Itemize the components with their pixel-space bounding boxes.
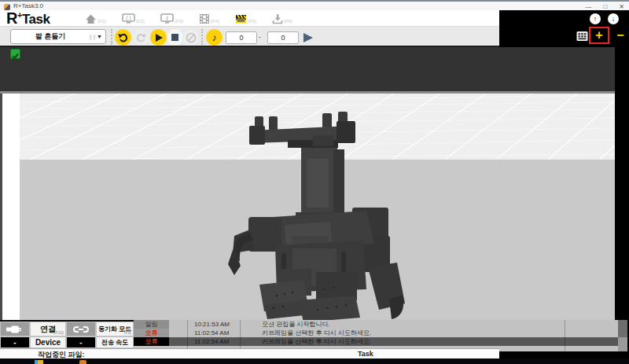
taskbar-app-icon[interactable] [79,360,86,364]
notification-type: 오류 [134,337,169,346]
os-taskbar [0,358,629,364]
notification-type: 오류 [134,329,169,337]
notification-time: 11:02:54 AM [194,337,229,346]
motion-select-dropdown[interactable]: 팔 흔들기 (-) ▼ [10,29,106,44]
keypad-grid-icon [576,31,588,42]
film-icon [199,13,210,24]
notification-type: 알림 [134,320,169,329]
right-black-column [615,47,629,364]
robot-model-3d [20,94,615,320]
undo-icon [117,31,129,43]
run-range-button[interactable] [303,33,313,42]
chain-link-icon [72,325,90,334]
minus-icon: − [616,28,623,42]
keyframe-grid-button[interactable] [576,31,588,45]
toolbar-separator [201,29,203,45]
green-check-icon [10,49,20,59]
notification-message: 키프레임을 선택한 후 다시 시도하세요. [262,329,371,337]
window-title: R+Task3.0 [13,2,43,9]
music-button[interactable]: ♪ [206,29,223,46]
notification-list: 알림 10:21:53 AM 모션 편집을 시작합니다. 오류 11:02:54… [134,320,618,351]
sync-link-cell[interactable] [66,322,96,336]
window-titlebar: R+Task3.0 — □ ✕ [0,0,629,10]
notification-time: 10:21:53 AM [194,320,230,329]
range-dash: - [259,33,261,41]
play-icon [156,34,163,42]
working-file-row: 작업중인 파일: Task [0,348,499,358]
column-divider [565,320,565,351]
svg-text:!: ! [166,15,168,22]
nav-home[interactable]: (F1) [85,12,106,24]
notification-row[interactable]: 오류 11:02:54 AM 키프레임을 선택한 후 다시 시도하세요. [134,329,618,337]
column-divider [240,320,241,351]
main-nav: (F1) { } (F2) ! (F3) ( [85,10,292,26]
nav-download-to-robot[interactable]: (F6) [272,12,292,24]
notification-time: 11:02:54 AM [194,329,229,337]
range-end-input[interactable] [267,31,299,44]
motion-3d-viewport[interactable] [20,94,615,320]
redo-button[interactable] [133,29,149,46]
device-value: - [0,336,30,348]
home-icon [85,13,97,24]
clapperboard-icon [235,13,247,24]
connect-button[interactable]: 연결 (F10) [30,322,66,336]
alert-monitor-icon: ! [160,13,174,24]
stop-motion-button[interactable] [167,29,183,46]
range-start-input[interactable] [226,31,257,44]
toolbar-separator [111,29,112,45]
notification-row-selected[interactable]: 오류 11:02:54 AM 키프레임을 선택한 후 다시 시도하세요. [134,337,618,346]
timeline-band [0,47,615,94]
svg-text:{ }: { } [126,15,131,21]
nav-task-code[interactable]: { } (F2) [122,12,145,24]
notification-scrollbar[interactable] [618,320,627,351]
notification-message: 모션 편집을 시작합니다. [262,320,330,329]
cancel-button[interactable] [182,29,199,46]
notification-row[interactable]: 알림 10:21:53 AM 모션 편집을 시작합니다. [134,320,618,329]
working-file-value: Task [358,350,373,358]
redo-icon [135,31,147,43]
speed-value: - [66,336,96,348]
device-label: Device [30,336,66,348]
motion-select-value: 팔 흔들기 [11,31,90,42]
chevron-down-icon: ▼ [97,34,102,39]
notification-message: 키프레임을 선택한 후 다시 시도하세요. [262,337,371,346]
up-arrow-icon: ↑ [594,13,598,24]
app-header: R+Task (F1) { } (F2) ! (F3) [0,10,499,26]
remove-keyframe-button[interactable]: − [614,27,627,44]
motion-select-flag: (-) [90,34,95,39]
taskbar-app-icon[interactable] [35,360,43,364]
plus-icon: + [595,28,602,42]
music-note-icon: ♪ [212,33,217,42]
sync-mode-button[interactable]: 동기화 모드 (F9) [96,322,134,336]
code-monitor-icon: { } [122,13,135,24]
stop-icon [171,34,178,41]
undo-button[interactable] [115,29,131,46]
upload-circle-button[interactable]: ↑ [590,13,601,24]
nav-task-output[interactable]: ! (F3) [160,12,183,24]
nav-motion-clapperboard[interactable]: (F5) [235,12,256,24]
usb-plug-icon [6,325,24,334]
download-circle-button[interactable]: ↓ [608,13,619,24]
viewport-left-gutter [0,94,20,320]
side-tool-panel: ↑ ↓ + − [499,10,629,47]
nav-motion-film[interactable]: (F4) [199,12,219,24]
column-divider [187,320,188,351]
disabled-slash-icon [186,32,197,43]
usb-connect-cell[interactable] [0,322,30,336]
speed-label: 전송 속도 [96,336,134,348]
play-motion-button[interactable] [150,29,167,46]
rtask-logo: R+Task [6,9,50,28]
motion-toolbar: 팔 흔들기 (-) ▼ ♪ - [0,26,499,47]
download-tray-icon [272,13,283,24]
connection-panel: 연결 (F10) 동기화 모드 (F9) - Device - 전송 속도 [0,322,134,348]
scrollbar-thumb[interactable] [618,320,627,337]
add-keyframe-button-highlighted[interactable]: + [589,27,609,44]
down-arrow-icon: ↓ [612,13,616,24]
